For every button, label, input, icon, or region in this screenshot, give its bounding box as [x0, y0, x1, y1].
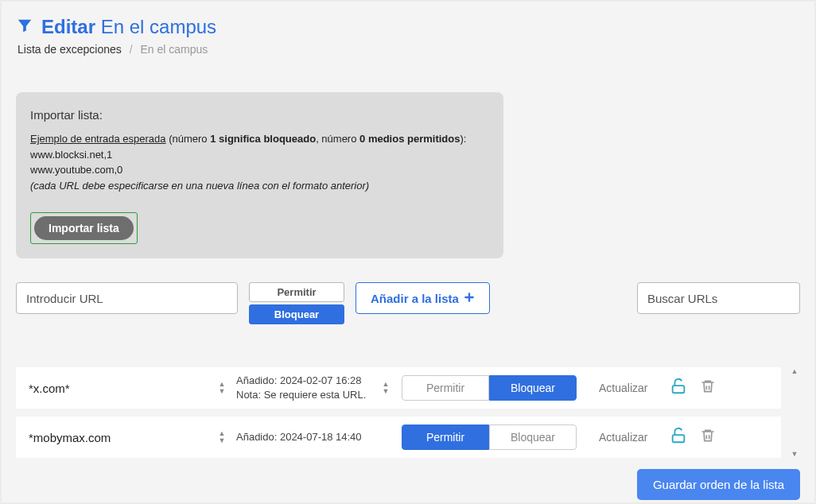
- permit-block-toggle: Permitir Bloquear: [249, 282, 344, 324]
- plus-icon: [464, 292, 475, 305]
- toggle-permit-button[interactable]: Permitir: [249, 282, 344, 302]
- row-url: *x.com*: [29, 382, 216, 395]
- title-normal: En el campus: [101, 16, 216, 37]
- example-line-1: www.blocksi.net,1: [30, 147, 489, 163]
- row-added: Añadido: 2024-02-07 16:28: [236, 374, 379, 388]
- trash-icon[interactable]: [700, 378, 716, 397]
- update-button[interactable]: Actualizar: [599, 382, 647, 394]
- toggle-block-button[interactable]: Bloquear: [249, 304, 344, 324]
- example-note: (cada URL debe especificarse en una nuev…: [30, 178, 489, 194]
- row-block-button[interactable]: Bloquear: [489, 425, 577, 450]
- page-header: Editar En el campus: [16, 16, 800, 38]
- url-list: *x.com* ▲ ▼ Añadido: 2024-02-07 16:28 No…: [16, 367, 800, 458]
- import-title: Importar lista:: [30, 108, 489, 122]
- row-actions: [670, 427, 716, 448]
- svg-rect-1: [673, 435, 685, 442]
- example-line-2: www.youtube.com,0: [30, 162, 489, 178]
- example-desc-mid: , número: [316, 133, 359, 145]
- import-btn-highlight: Importar lista: [30, 212, 138, 244]
- svg-rect-0: [673, 386, 685, 393]
- row-toggle-group: Permitir Bloquear: [402, 425, 577, 450]
- row-url: *mobymax.com: [29, 431, 216, 444]
- list-wrap: *x.com* ▲ ▼ Añadido: 2024-02-07 16:28 No…: [16, 367, 800, 458]
- example-desc-post: ):: [460, 133, 466, 145]
- breadcrumb-root[interactable]: Lista de excepciones: [17, 43, 122, 56]
- search-input[interactable]: [637, 282, 800, 314]
- list-item: *x.com* ▲ ▼ Añadido: 2024-02-07 16:28 No…: [16, 367, 781, 409]
- trash-icon[interactable]: [700, 428, 716, 447]
- row-added: Añadido: 2024-07-18 14:40: [236, 430, 379, 444]
- add-label: Añadir a la lista: [371, 292, 459, 305]
- import-panel: Importar lista: Ejemplo de entrada esper…: [16, 92, 503, 258]
- example-label: Ejemplo de entrada esperada: [30, 133, 166, 145]
- scroll-up-icon[interactable]: ▲: [791, 367, 799, 375]
- chevron-down-icon[interactable]: ▼: [379, 388, 392, 395]
- row-block-button[interactable]: Bloquear: [489, 375, 577, 401]
- breadcrumb: Lista de excepciones / En el campus: [16, 43, 800, 56]
- controls-row: Permitir Bloquear Añadir a la lista: [16, 282, 800, 324]
- chevron-down-icon[interactable]: ▼: [216, 437, 228, 444]
- order-stepper: ▲ ▼: [216, 430, 228, 444]
- unlock-icon[interactable]: [670, 378, 687, 398]
- filter-icon: [16, 17, 33, 37]
- example-desc-pre: (número: [166, 133, 211, 145]
- row-meta: Añadido: 2024-07-18 14:40: [236, 430, 379, 444]
- save-order-button[interactable]: Guardar orden de la lista: [637, 469, 800, 500]
- row-actions: [670, 378, 716, 398]
- row-note: Nota: Se requiere esta URL.: [236, 388, 379, 402]
- row-permit-button[interactable]: Permitir: [402, 425, 489, 450]
- footer: Guardar orden de la lista: [16, 469, 800, 500]
- example-desc-b2: 0 medios permitidos: [359, 133, 460, 145]
- page: Editar En el campus Lista de excepciones…: [2, 2, 814, 502]
- import-list-button[interactable]: Importar lista: [34, 216, 134, 240]
- url-input[interactable]: [16, 282, 238, 314]
- scrollbar[interactable]: ▲ ▼: [789, 367, 800, 458]
- chevron-down-icon[interactable]: ▼: [216, 388, 228, 395]
- list-item: *mobymax.com ▲ ▼ Añadido: 2024-07-18 14:…: [16, 417, 781, 458]
- order-stepper: ▲ ▼: [216, 381, 228, 395]
- title-bold: Editar: [41, 16, 95, 37]
- breadcrumb-current: En el campus: [140, 43, 208, 56]
- import-example-desc: Ejemplo de entrada esperada (número 1 si…: [30, 131, 489, 147]
- import-btn-wrap: Importar lista: [30, 212, 489, 244]
- unlock-icon[interactable]: [670, 427, 687, 448]
- breadcrumb-separator: /: [130, 43, 133, 56]
- row-meta: Añadido: 2024-02-07 16:28 Nota: Se requi…: [236, 374, 379, 402]
- add-to-list-button[interactable]: Añadir a la lista: [356, 282, 490, 314]
- row-permit-button[interactable]: Permitir: [402, 375, 489, 401]
- meta-stepper: ▲ ▼: [379, 381, 392, 395]
- page-title: Editar En el campus: [41, 16, 216, 38]
- update-button[interactable]: Actualizar: [599, 431, 647, 444]
- example-desc-b1: 1 significa bloqueado: [210, 133, 316, 145]
- scroll-down-icon[interactable]: ▼: [791, 450, 799, 458]
- row-toggle-group: Permitir Bloquear: [402, 375, 577, 401]
